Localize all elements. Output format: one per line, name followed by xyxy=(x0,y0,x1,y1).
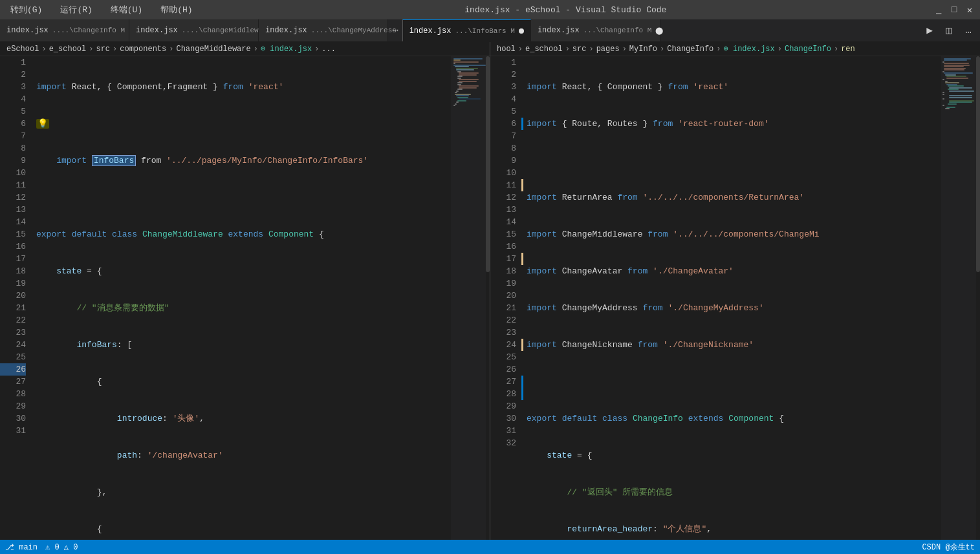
right-line-numbers: 1 2 3 4 5 6 7 8 9 10 11 12 13 14 15 16 1… xyxy=(490,56,521,554)
right-editor-pane: hool › e_school › src › pages › MyInfo ›… xyxy=(490,42,980,554)
window-title: index.jsx - eSchool - Visual Studio Code xyxy=(201,5,931,15)
left-code-area: 1 2 3 4 5 6 7 8 9 10 11 12 13 14 15 16 1… xyxy=(0,56,490,554)
menu-goto[interactable]: 转到(G) xyxy=(5,1,47,18)
tab-label: index.jsx xyxy=(136,26,178,35)
status-branch[interactable]: ⎇ main xyxy=(5,542,38,552)
window-controls: ⎯ □ ✕ xyxy=(933,5,975,15)
minimize-btn[interactable]: ⎯ xyxy=(933,5,944,15)
maximize-btn[interactable]: □ xyxy=(949,5,959,15)
right-code-area: 1 2 3 4 5 6 7 8 9 10 11 12 13 14 15 16 1… xyxy=(490,56,980,554)
tab-label: index.jsx xyxy=(409,27,452,36)
tab-infobars-active[interactable]: index.jsx ...\InfoBars M xyxy=(402,19,531,41)
close-btn[interactable]: ✕ xyxy=(964,5,975,15)
tab-overflow-btn[interactable]: ⋯ xyxy=(388,19,402,41)
status-errors[interactable]: ⚠ 0 △ 0 xyxy=(45,542,78,552)
tab-changemyaddress[interactable]: index.jsx ....\ChangeMyAddress xyxy=(259,19,388,41)
tab-changeinfo[interactable]: index.jsx ....\ChangeInfo M xyxy=(0,19,129,41)
menu-run[interactable]: 运行(R) xyxy=(55,1,97,18)
right-code-content[interactable]: import React, { Component } from 'react'… xyxy=(524,56,941,554)
tab-changeinfo-right[interactable]: index.jsx ...\ChangeInfo M ⬤ xyxy=(531,19,660,41)
more-btn[interactable]: … xyxy=(961,23,976,38)
menu-terminal[interactable]: 终端(U) xyxy=(105,1,147,18)
right-gutter xyxy=(521,56,524,554)
run-btn[interactable]: ▶ xyxy=(922,23,937,38)
tab-modified-indicator xyxy=(519,28,524,34)
left-line-numbers: 1 2 3 4 5 6 7 8 9 10 11 12 13 14 15 16 1… xyxy=(0,56,31,554)
title-bar: 转到(G) 运行(R) 终端(U) 帮助(H) index.jsx - eSch… xyxy=(0,0,980,19)
tab-path: ...\InfoBars M xyxy=(455,27,514,35)
tab-path: ....\ChangeMyAddress xyxy=(311,27,397,34)
tab-unsaved-dot: ⬤ xyxy=(655,27,663,35)
tab-bar: index.jsx ....\ChangeInfo M index.jsx ..… xyxy=(0,19,980,42)
right-breadcrumb: hool › e_school › src › pages › MyInfo ›… xyxy=(490,42,980,56)
left-minimap xyxy=(451,56,490,554)
tab-label: index.jsx xyxy=(265,26,307,35)
left-editor-pane: eSchool › e_school › src › components › … xyxy=(0,42,490,554)
status-bar: ⎇ main ⚠ 0 △ 0 CSDN @余生tt xyxy=(0,540,980,554)
left-code-content[interactable]: import React, { Component,Fragment } fro… xyxy=(34,56,451,554)
bc-eschool2: e_school xyxy=(49,45,87,54)
right-minimap xyxy=(941,56,980,554)
status-attribution: CSDN @余生tt xyxy=(922,542,975,553)
split-btn[interactable]: ◫ xyxy=(941,23,957,38)
menu-bar: 转到(G) 运行(R) 终端(U) 帮助(H) xyxy=(5,1,198,18)
tab-label: index.jsx xyxy=(538,26,580,35)
tab-path: ....\ChangeInfo M xyxy=(52,27,125,34)
tab-path: ...\ChangeInfo M xyxy=(583,27,652,34)
left-gutter xyxy=(31,56,34,554)
tab-label: index.jsx xyxy=(6,26,49,35)
editor-container: eSchool › e_school › src › components › … xyxy=(0,42,980,554)
editor-actions: ▶ ◫ … xyxy=(922,19,980,41)
tab-changemiddleware[interactable]: index.jsx ....\ChangeMiddleware U xyxy=(129,19,259,41)
bc-eschool: eSchool xyxy=(6,45,39,54)
left-breadcrumb: eSchool › e_school › src › components › … xyxy=(0,42,490,56)
menu-help[interactable]: 帮助(H) xyxy=(155,1,197,18)
